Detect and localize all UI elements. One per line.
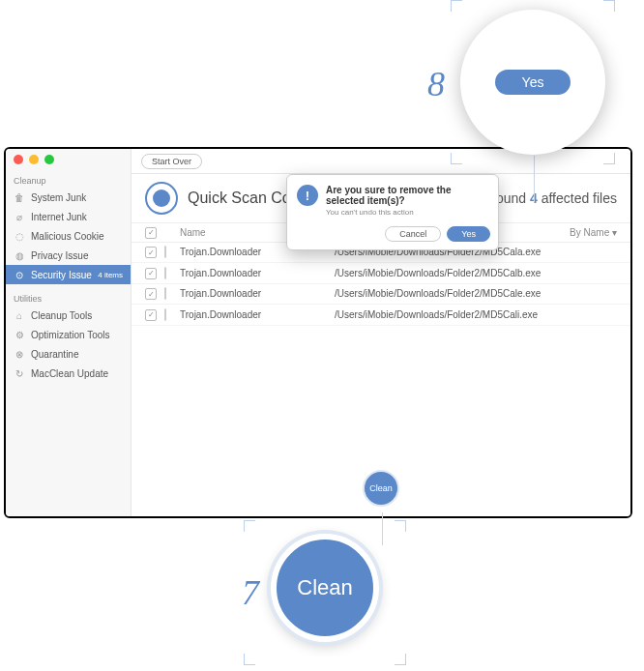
sidebar-item-label: Internet Junk xyxy=(31,212,87,222)
quarantine-icon: ⊗ xyxy=(14,348,25,360)
scan-icon xyxy=(145,182,178,215)
sidebar-item-cleanup-tools[interactable]: ⌂ Cleanup Tools xyxy=(6,306,131,325)
app-window: Cleanup 🗑 System Junk ⌀ Internet Junk ◌ … xyxy=(4,147,632,518)
threat-name: Trojan.Downloader xyxy=(180,309,335,320)
sidebar-item-label: Cleanup Tools xyxy=(31,310,92,321)
sidebar-item-label: Optimization Tools xyxy=(31,330,110,340)
globe-icon: ⌀ xyxy=(14,211,25,222)
threat-path: /Users/iMobie/Downloads/Folder2/MD5Cali.… xyxy=(335,309,617,320)
found-text: Found 4 affected files xyxy=(487,190,617,206)
annotation-clean-button[interactable]: Clean xyxy=(271,534,379,642)
sort-dropdown[interactable]: By Name ▾ xyxy=(559,227,617,238)
start-over-button[interactable]: Start Over xyxy=(141,154,202,169)
annotation-yes: 8 Yes xyxy=(451,0,615,164)
cookie-icon: ◌ xyxy=(14,230,25,242)
update-icon: ↻ xyxy=(14,367,25,379)
select-all-checkbox[interactable]: ✓ xyxy=(145,227,157,239)
sidebar-item-optimization-tools[interactable]: ⚙ Optimization Tools xyxy=(6,325,131,344)
threat-path: /Users/iMobie/Downloads/Folder2/MD5Cale.… xyxy=(335,288,617,299)
sidebar-item-malicious-cookie[interactable]: ◌ Malicious Cookie xyxy=(6,226,131,246)
table-row[interactable]: ✓ Trojan.Downloader /Users/iMobie/Downlo… xyxy=(132,284,630,306)
privacy-icon: ◍ xyxy=(14,249,25,261)
sidebar-item-label: Quarantine xyxy=(31,349,78,360)
threat-path: /Users/iMobie/Downloads/Folder2/MD5Calb.… xyxy=(335,268,617,278)
sidebar-item-label: Malicious Cookie xyxy=(31,231,104,242)
sidebar-item-security-issue[interactable]: ⊙ Security Issue 4 items xyxy=(6,265,131,284)
window-traffic-lights xyxy=(14,155,54,164)
clean-button[interactable]: Clean xyxy=(363,470,399,507)
annotation-connector-clean xyxy=(382,512,383,545)
annotation-yes-button[interactable]: Yes xyxy=(495,70,571,95)
sidebar-item-badge: 4 items xyxy=(98,271,123,279)
sidebar-item-label: Privacy Issue xyxy=(31,250,88,261)
confirm-dialog: ! Are you sure to remove the selected it… xyxy=(286,174,499,250)
minimize-icon[interactable] xyxy=(29,155,39,164)
file-icon xyxy=(164,267,166,279)
sidebar-item-quarantine[interactable]: ⊗ Quarantine xyxy=(6,344,131,364)
gear-icon: ⚙ xyxy=(14,329,25,340)
content-area: Start Over Quick Scan Co Found 4 affecte… xyxy=(132,149,630,516)
sidebar-item-label: MacClean Update xyxy=(31,368,108,379)
trash-icon: 🗑 xyxy=(14,191,25,203)
sidebar-item-macclean-update[interactable]: ↻ MacClean Update xyxy=(6,364,131,383)
found-suffix: affected files xyxy=(538,190,617,206)
threat-name: Trojan.Downloader xyxy=(180,288,335,299)
row-checkbox[interactable]: ✓ xyxy=(145,247,157,258)
file-icon xyxy=(164,246,166,258)
row-checkbox[interactable]: ✓ xyxy=(145,309,157,321)
dialog-title: Are you sure to remove the selected item… xyxy=(326,185,488,206)
annotation-number-7: 7 xyxy=(242,572,259,613)
page-title: Quick Scan Co xyxy=(188,190,291,207)
sidebar: Cleanup 🗑 System Junk ⌀ Internet Junk ◌ … xyxy=(6,149,132,516)
row-checkbox[interactable]: ✓ xyxy=(145,288,157,300)
sidebar-item-internet-junk[interactable]: ⌀ Internet Junk xyxy=(6,207,131,226)
sidebar-item-privacy-issue[interactable]: ◍ Privacy Issue xyxy=(6,246,131,265)
sidebar-item-label: System Junk xyxy=(31,192,86,203)
close-icon[interactable] xyxy=(14,155,23,164)
file-icon xyxy=(164,287,166,300)
yes-button[interactable]: Yes xyxy=(447,226,490,242)
cancel-button[interactable]: Cancel xyxy=(385,226,441,242)
sidebar-item-label: Security Issue xyxy=(31,270,92,280)
shield-icon: ⊙ xyxy=(14,269,25,280)
annotation-number-8: 8 xyxy=(427,64,445,104)
file-icon xyxy=(164,308,166,321)
dialog-subtitle: You can't undo this action xyxy=(326,208,488,217)
row-checkbox[interactable]: ✓ xyxy=(145,268,157,279)
sidebar-item-system-junk[interactable]: 🗑 System Junk xyxy=(6,188,131,207)
zoom-icon[interactable] xyxy=(44,155,54,164)
annotation-yes-circle: Yes xyxy=(460,10,605,155)
table-row[interactable]: ✓ Trojan.Downloader /Users/iMobie/Downlo… xyxy=(132,263,630,284)
exclamation-icon: ! xyxy=(297,185,318,206)
sidebar-header-utilities: Utilities xyxy=(6,290,131,306)
threat-name: Trojan.Downloader xyxy=(180,268,335,278)
table-row[interactable]: ✓ Trojan.Downloader /Users/iMobie/Downlo… xyxy=(132,305,630,326)
broom-icon: ⌂ xyxy=(14,309,25,321)
sidebar-header-cleanup: Cleanup xyxy=(6,172,131,188)
